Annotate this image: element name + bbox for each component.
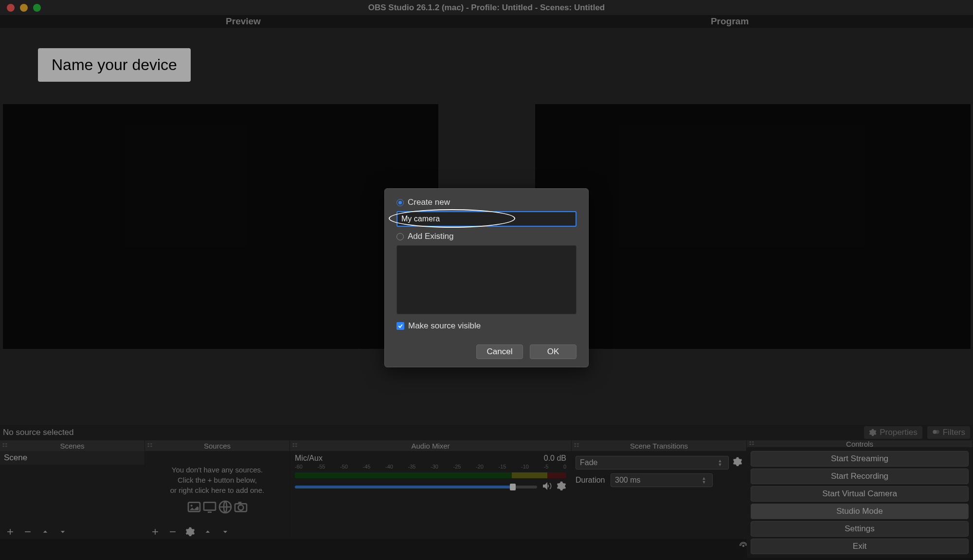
add-existing-radio-row[interactable]: Add Existing <box>396 232 577 241</box>
add-existing-radio[interactable] <box>396 233 404 240</box>
make-visible-checkbox[interactable] <box>396 322 404 330</box>
dialog-buttons: Cancel OK <box>396 344 577 359</box>
cancel-button[interactable]: Cancel <box>476 344 523 359</box>
source-name-input[interactable] <box>396 211 577 227</box>
create-source-dialog: Create new Add Existing Make source visi… <box>384 188 589 367</box>
create-new-radio-row[interactable]: Create new <box>396 198 577 207</box>
create-new-radio[interactable] <box>396 199 404 206</box>
ok-button[interactable]: OK <box>530 344 577 359</box>
make-visible-row[interactable]: Make source visible <box>396 321 577 331</box>
existing-sources-list[interactable] <box>396 245 577 314</box>
